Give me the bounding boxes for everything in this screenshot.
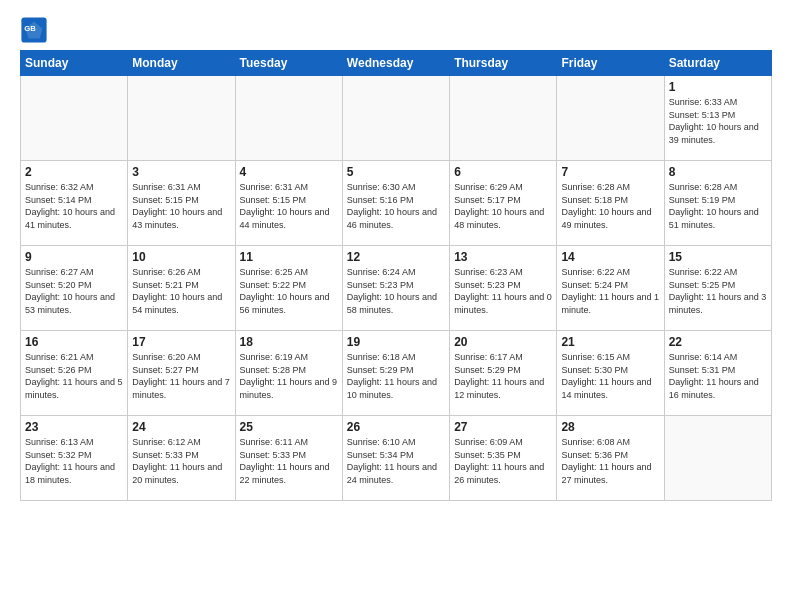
day-info: Sunrise: 6:26 AM Sunset: 5:21 PM Dayligh…: [132, 266, 230, 316]
day-number: 4: [240, 165, 338, 179]
day-info: Sunrise: 6:15 AM Sunset: 5:30 PM Dayligh…: [561, 351, 659, 401]
day-info: Sunrise: 6:27 AM Sunset: 5:20 PM Dayligh…: [25, 266, 123, 316]
calendar-cell: 5Sunrise: 6:30 AM Sunset: 5:16 PM Daylig…: [342, 161, 449, 246]
day-number: 20: [454, 335, 552, 349]
calendar-cell: 7Sunrise: 6:28 AM Sunset: 5:18 PM Daylig…: [557, 161, 664, 246]
day-number: 21: [561, 335, 659, 349]
day-number: 28: [561, 420, 659, 434]
calendar-cell: [128, 76, 235, 161]
logo-icon: GB: [20, 16, 48, 44]
day-info: Sunrise: 6:14 AM Sunset: 5:31 PM Dayligh…: [669, 351, 767, 401]
calendar-cell: [21, 76, 128, 161]
calendar-header-thursday: Thursday: [450, 51, 557, 76]
day-info: Sunrise: 6:18 AM Sunset: 5:29 PM Dayligh…: [347, 351, 445, 401]
day-info: Sunrise: 6:21 AM Sunset: 5:26 PM Dayligh…: [25, 351, 123, 401]
day-number: 26: [347, 420, 445, 434]
day-number: 7: [561, 165, 659, 179]
day-number: 18: [240, 335, 338, 349]
day-info: Sunrise: 6:29 AM Sunset: 5:17 PM Dayligh…: [454, 181, 552, 231]
calendar-cell: 3Sunrise: 6:31 AM Sunset: 5:15 PM Daylig…: [128, 161, 235, 246]
calendar-cell: 10Sunrise: 6:26 AM Sunset: 5:21 PM Dayli…: [128, 246, 235, 331]
header: GB: [20, 16, 772, 44]
day-number: 25: [240, 420, 338, 434]
calendar-cell: 20Sunrise: 6:17 AM Sunset: 5:29 PM Dayli…: [450, 331, 557, 416]
day-info: Sunrise: 6:11 AM Sunset: 5:33 PM Dayligh…: [240, 436, 338, 486]
day-number: 12: [347, 250, 445, 264]
day-number: 3: [132, 165, 230, 179]
day-info: Sunrise: 6:24 AM Sunset: 5:23 PM Dayligh…: [347, 266, 445, 316]
page: GB SundayMondayTuesdayWednesdayThursdayF…: [0, 0, 792, 517]
calendar-cell: 13Sunrise: 6:23 AM Sunset: 5:23 PM Dayli…: [450, 246, 557, 331]
day-number: 10: [132, 250, 230, 264]
calendar-cell: 17Sunrise: 6:20 AM Sunset: 5:27 PM Dayli…: [128, 331, 235, 416]
calendar-cell: 2Sunrise: 6:32 AM Sunset: 5:14 PM Daylig…: [21, 161, 128, 246]
day-number: 15: [669, 250, 767, 264]
day-info: Sunrise: 6:31 AM Sunset: 5:15 PM Dayligh…: [240, 181, 338, 231]
calendar-cell: 6Sunrise: 6:29 AM Sunset: 5:17 PM Daylig…: [450, 161, 557, 246]
calendar-cell: 9Sunrise: 6:27 AM Sunset: 5:20 PM Daylig…: [21, 246, 128, 331]
calendar-cell: [235, 76, 342, 161]
calendar-cell: 24Sunrise: 6:12 AM Sunset: 5:33 PM Dayli…: [128, 416, 235, 501]
day-info: Sunrise: 6:30 AM Sunset: 5:16 PM Dayligh…: [347, 181, 445, 231]
calendar-cell: 4Sunrise: 6:31 AM Sunset: 5:15 PM Daylig…: [235, 161, 342, 246]
calendar-week-row: 1Sunrise: 6:33 AM Sunset: 5:13 PM Daylig…: [21, 76, 772, 161]
calendar-cell: [664, 416, 771, 501]
day-number: 23: [25, 420, 123, 434]
calendar-week-row: 16Sunrise: 6:21 AM Sunset: 5:26 PM Dayli…: [21, 331, 772, 416]
day-number: 16: [25, 335, 123, 349]
day-info: Sunrise: 6:09 AM Sunset: 5:35 PM Dayligh…: [454, 436, 552, 486]
calendar-cell: 19Sunrise: 6:18 AM Sunset: 5:29 PM Dayli…: [342, 331, 449, 416]
day-info: Sunrise: 6:23 AM Sunset: 5:23 PM Dayligh…: [454, 266, 552, 316]
calendar-cell: 27Sunrise: 6:09 AM Sunset: 5:35 PM Dayli…: [450, 416, 557, 501]
day-info: Sunrise: 6:31 AM Sunset: 5:15 PM Dayligh…: [132, 181, 230, 231]
day-number: 11: [240, 250, 338, 264]
day-info: Sunrise: 6:32 AM Sunset: 5:14 PM Dayligh…: [25, 181, 123, 231]
svg-text:GB: GB: [24, 24, 36, 33]
day-number: 1: [669, 80, 767, 94]
day-number: 14: [561, 250, 659, 264]
calendar-cell: 18Sunrise: 6:19 AM Sunset: 5:28 PM Dayli…: [235, 331, 342, 416]
calendar-cell: 14Sunrise: 6:22 AM Sunset: 5:24 PM Dayli…: [557, 246, 664, 331]
day-number: 9: [25, 250, 123, 264]
calendar-cell: 16Sunrise: 6:21 AM Sunset: 5:26 PM Dayli…: [21, 331, 128, 416]
day-info: Sunrise: 6:13 AM Sunset: 5:32 PM Dayligh…: [25, 436, 123, 486]
day-info: Sunrise: 6:19 AM Sunset: 5:28 PM Dayligh…: [240, 351, 338, 401]
day-info: Sunrise: 6:22 AM Sunset: 5:25 PM Dayligh…: [669, 266, 767, 316]
day-info: Sunrise: 6:28 AM Sunset: 5:19 PM Dayligh…: [669, 181, 767, 231]
day-number: 19: [347, 335, 445, 349]
calendar-cell: 11Sunrise: 6:25 AM Sunset: 5:22 PM Dayli…: [235, 246, 342, 331]
calendar-cell: 23Sunrise: 6:13 AM Sunset: 5:32 PM Dayli…: [21, 416, 128, 501]
day-info: Sunrise: 6:22 AM Sunset: 5:24 PM Dayligh…: [561, 266, 659, 316]
calendar-cell: 25Sunrise: 6:11 AM Sunset: 5:33 PM Dayli…: [235, 416, 342, 501]
calendar-header-wednesday: Wednesday: [342, 51, 449, 76]
calendar-cell: [450, 76, 557, 161]
calendar-week-row: 23Sunrise: 6:13 AM Sunset: 5:32 PM Dayli…: [21, 416, 772, 501]
day-number: 5: [347, 165, 445, 179]
calendar-cell: 12Sunrise: 6:24 AM Sunset: 5:23 PM Dayli…: [342, 246, 449, 331]
calendar-cell: [342, 76, 449, 161]
calendar-header-friday: Friday: [557, 51, 664, 76]
calendar-cell: 22Sunrise: 6:14 AM Sunset: 5:31 PM Dayli…: [664, 331, 771, 416]
calendar-cell: 28Sunrise: 6:08 AM Sunset: 5:36 PM Dayli…: [557, 416, 664, 501]
day-info: Sunrise: 6:17 AM Sunset: 5:29 PM Dayligh…: [454, 351, 552, 401]
calendar-header-tuesday: Tuesday: [235, 51, 342, 76]
day-info: Sunrise: 6:12 AM Sunset: 5:33 PM Dayligh…: [132, 436, 230, 486]
calendar-cell: 1Sunrise: 6:33 AM Sunset: 5:13 PM Daylig…: [664, 76, 771, 161]
calendar-header-sunday: Sunday: [21, 51, 128, 76]
calendar-cell: [557, 76, 664, 161]
day-number: 22: [669, 335, 767, 349]
calendar-cell: 21Sunrise: 6:15 AM Sunset: 5:30 PM Dayli…: [557, 331, 664, 416]
day-info: Sunrise: 6:33 AM Sunset: 5:13 PM Dayligh…: [669, 96, 767, 146]
day-info: Sunrise: 6:28 AM Sunset: 5:18 PM Dayligh…: [561, 181, 659, 231]
day-number: 8: [669, 165, 767, 179]
calendar-cell: 15Sunrise: 6:22 AM Sunset: 5:25 PM Dayli…: [664, 246, 771, 331]
calendar-header-monday: Monday: [128, 51, 235, 76]
day-number: 2: [25, 165, 123, 179]
calendar: SundayMondayTuesdayWednesdayThursdayFrid…: [20, 50, 772, 501]
day-info: Sunrise: 6:08 AM Sunset: 5:36 PM Dayligh…: [561, 436, 659, 486]
day-number: 24: [132, 420, 230, 434]
calendar-cell: 26Sunrise: 6:10 AM Sunset: 5:34 PM Dayli…: [342, 416, 449, 501]
day-number: 6: [454, 165, 552, 179]
calendar-header-saturday: Saturday: [664, 51, 771, 76]
day-number: 27: [454, 420, 552, 434]
